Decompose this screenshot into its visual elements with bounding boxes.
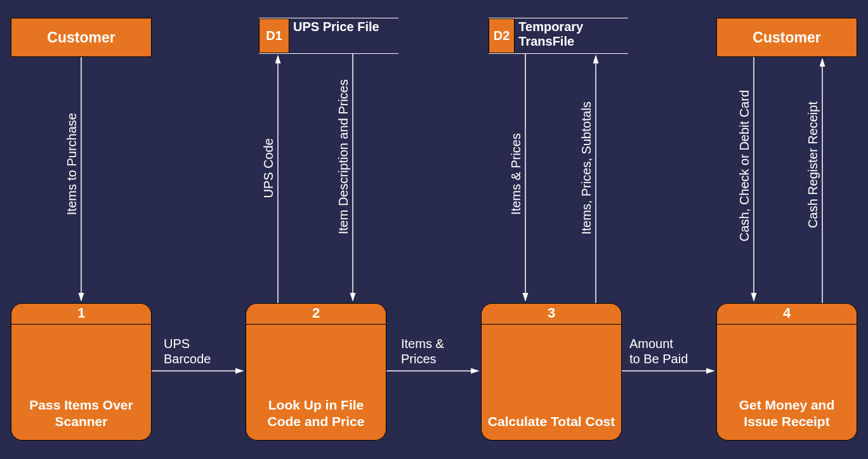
process-3: 3 Calculate Total Cost — [481, 303, 622, 441]
process-1-label: Pass Items Over Scanner — [11, 397, 151, 430]
datastore-d2: D2 Temporary TransFile — [489, 18, 628, 54]
datastore-d2-label: Temporary TransFile — [515, 18, 628, 53]
flow-items-prices-vertical: Items & Prices — [509, 133, 523, 215]
process-2: 2 Look Up in File Code and Price — [246, 303, 386, 441]
datastore-d1-id: D1 — [259, 18, 289, 53]
process-2-label: Look Up in File Code and Price — [246, 397, 386, 430]
process-1-id: 1 — [11, 304, 151, 325]
flow-ups-barcode: UPS Barcode — [164, 336, 211, 366]
process-4-label: Get Money and Issue Receipt — [717, 397, 857, 430]
flow-ups-code: UPS Code — [261, 138, 275, 198]
datastore-d2-id: D2 — [489, 18, 515, 53]
flow-items-prices-subtotals: Items, Prices, Subtotals — [579, 101, 593, 235]
flow-amount-to-be-paid: Amount to Be Paid — [629, 336, 688, 366]
process-4: 4 Get Money and Issue Receipt — [716, 303, 857, 441]
entity-customer-right: Customer — [716, 18, 857, 57]
process-1: 1 Pass Items Over Scanner — [11, 303, 152, 441]
process-3-id: 3 — [482, 304, 621, 325]
datastore-d1-label: UPS Price File — [289, 18, 383, 53]
process-4-id: 4 — [717, 304, 857, 325]
datastore-d1: D1 UPS Price File — [259, 18, 398, 54]
flow-items-prices-horizontal: Items & Prices — [401, 336, 444, 366]
flow-cash-check-debit: Cash, Check or Debit Card — [737, 90, 751, 242]
flow-item-desc-prices: Item Description and Prices — [336, 79, 350, 235]
entity-customer-left: Customer — [11, 18, 152, 57]
process-3-label: Calculate Total Cost — [482, 413, 621, 430]
flow-items-to-purchase: Items to Purchase — [65, 113, 79, 215]
process-2-id: 2 — [246, 304, 386, 325]
flow-cash-register-receipt: Cash Register Receipt — [806, 101, 820, 228]
